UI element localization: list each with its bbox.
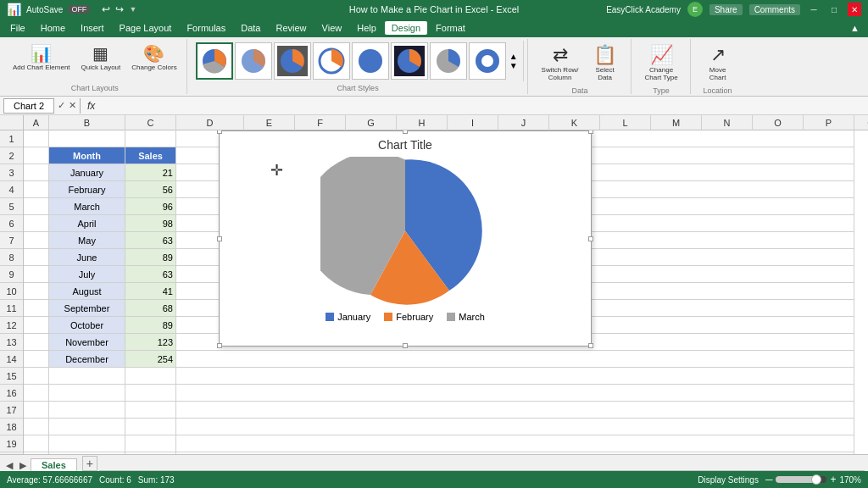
cell-a3[interactable] xyxy=(24,164,49,181)
chart-resize-handle-tl[interactable] xyxy=(217,130,222,134)
cell-c6-april-val[interactable]: 98 xyxy=(125,215,176,232)
cell-a17[interactable] xyxy=(24,402,49,419)
display-settings-btn[interactable]: Display Settings xyxy=(698,475,759,485)
cell-a10[interactable] xyxy=(24,283,49,300)
tab-page-layout[interactable]: Page Layout xyxy=(113,21,179,35)
cell-a2[interactable] xyxy=(24,147,49,164)
redo-btn[interactable]: ↪ xyxy=(115,3,124,15)
cell-a5[interactable] xyxy=(24,198,49,215)
chart-resize-handle-l[interactable] xyxy=(217,236,222,241)
cell-c12-october-val[interactable]: 89 xyxy=(125,317,176,334)
row-num-19[interactable]: 19 xyxy=(0,435,23,452)
chart-move-cursor[interactable]: ✛ xyxy=(270,161,283,180)
cell-a12[interactable] xyxy=(24,317,49,334)
cell-c1[interactable] xyxy=(125,130,176,147)
formula-bar-checkmark[interactable]: ✓ xyxy=(58,100,65,111)
col-header-i[interactable]: I xyxy=(448,115,498,130)
col-header-d[interactable]: D xyxy=(176,115,244,130)
col-header-j[interactable]: J xyxy=(498,115,549,130)
cell-c14-december-val[interactable]: 254 xyxy=(125,351,176,368)
zoom-in-btn[interactable]: + xyxy=(830,474,836,485)
col-header-o[interactable]: O xyxy=(753,115,804,130)
cell-a20[interactable] xyxy=(24,452,49,454)
cell-rest-18[interactable] xyxy=(176,419,854,435)
tab-view[interactable]: View xyxy=(315,21,349,35)
cell-rest-15[interactable] xyxy=(176,368,854,385)
add-chart-element-btn[interactable]: 📊 Add Chart Element xyxy=(8,41,75,74)
add-sheet-btn[interactable]: + xyxy=(82,456,97,471)
row-num-10[interactable]: 10 xyxy=(0,283,23,300)
cell-a18[interactable] xyxy=(24,419,49,435)
tab-home[interactable]: Home xyxy=(34,21,72,35)
close-btn[interactable]: ✕ xyxy=(848,3,861,16)
row-num-6[interactable]: 6 xyxy=(0,215,23,232)
col-header-p[interactable]: P xyxy=(804,115,854,130)
chart-resize-handle-t[interactable] xyxy=(403,130,408,134)
cell-b12-october[interactable]: October xyxy=(49,317,125,334)
row-num-9[interactable]: 9 xyxy=(0,266,23,283)
cell-b6-april[interactable]: April xyxy=(49,215,125,232)
cell-b7-may[interactable]: May xyxy=(49,232,125,249)
cell-b2-month-header[interactable]: Month xyxy=(49,147,125,164)
row-num-5[interactable]: 5 xyxy=(0,198,23,215)
undo-btn[interactable]: ↩ xyxy=(102,3,110,15)
chart-style-6[interactable] xyxy=(391,42,428,80)
row-num-12[interactable]: 12 xyxy=(0,317,23,334)
chart-style-4[interactable] xyxy=(313,42,350,80)
chart-resize-handle-b[interactable] xyxy=(403,343,408,348)
cell-c9-july-val[interactable]: 63 xyxy=(125,266,176,283)
cell-c4-february-val[interactable]: 56 xyxy=(125,181,176,198)
cell-a16[interactable] xyxy=(24,385,49,402)
cell-a7[interactable] xyxy=(24,232,49,249)
chart-style-5[interactable] xyxy=(352,42,389,80)
col-header-m[interactable]: M xyxy=(651,115,702,130)
col-header-a[interactable]: A xyxy=(24,115,49,130)
tab-formulas[interactable]: Formulas xyxy=(180,21,232,35)
cell-b20[interactable] xyxy=(49,452,125,454)
change-colors-btn[interactable]: 🎨 Change Colors xyxy=(127,41,181,74)
tab-design[interactable]: Design xyxy=(385,21,427,35)
chart-style-1[interactable] xyxy=(196,42,233,80)
tab-scroll-right[interactable]: ▶ xyxy=(17,460,29,471)
cell-rest-16[interactable] xyxy=(176,385,854,402)
cell-c15[interactable] xyxy=(125,368,176,385)
cell-c7-may-val[interactable]: 63 xyxy=(125,232,176,249)
chart-container[interactable]: ✛ Chart Title xyxy=(219,130,592,347)
row-num-1[interactable]: 1 xyxy=(0,130,23,147)
col-header-k[interactable]: K xyxy=(549,115,600,130)
tab-file[interactable]: File xyxy=(3,21,32,35)
row-num-13[interactable]: 13 xyxy=(0,334,23,351)
formula-bar-cross[interactable]: ✕ xyxy=(69,100,76,111)
cell-a15[interactable] xyxy=(24,368,49,385)
cell-c20[interactable] xyxy=(125,452,176,454)
col-header-f[interactable]: F xyxy=(295,115,346,130)
move-chart-btn[interactable]: ↗ Move Chart xyxy=(699,41,737,85)
cell-c18[interactable] xyxy=(125,419,176,435)
cell-a13[interactable] xyxy=(24,334,49,351)
row-num-14[interactable]: 14 xyxy=(0,351,23,368)
chart-style-7[interactable] xyxy=(430,42,467,80)
chart-resize-handle-r[interactable] xyxy=(588,236,593,241)
maximize-btn[interactable]: □ xyxy=(827,3,841,16)
chart-style-2[interactable] xyxy=(235,42,272,80)
row-num-7[interactable]: 7 xyxy=(0,232,23,249)
cell-c11-september-val[interactable]: 68 xyxy=(125,300,176,317)
row-num-15[interactable]: 15 xyxy=(0,368,23,385)
cell-a11[interactable] xyxy=(24,300,49,317)
zoom-slider[interactable] xyxy=(776,476,826,483)
row-num-3[interactable]: 3 xyxy=(0,164,23,181)
cell-c16[interactable] xyxy=(125,385,176,402)
tab-format[interactable]: Format xyxy=(429,21,472,35)
cell-b4-february[interactable]: February xyxy=(49,181,125,198)
cell-b14-december[interactable]: December xyxy=(49,351,125,368)
cell-b19[interactable] xyxy=(49,435,125,452)
formula-input[interactable] xyxy=(102,98,865,114)
cell-b1[interactable] xyxy=(49,130,125,147)
row-num-2[interactable]: 2 xyxy=(0,147,23,164)
cell-c5-march-val[interactable]: 96 xyxy=(125,198,176,215)
quick-layout-btn[interactable]: ▦ Quick Layout xyxy=(77,41,125,74)
minimize-btn[interactable]: ─ xyxy=(807,3,821,16)
sheet-tab-sales[interactable]: Sales xyxy=(31,458,77,471)
cell-c17[interactable] xyxy=(125,402,176,419)
cell-b16[interactable] xyxy=(49,385,125,402)
